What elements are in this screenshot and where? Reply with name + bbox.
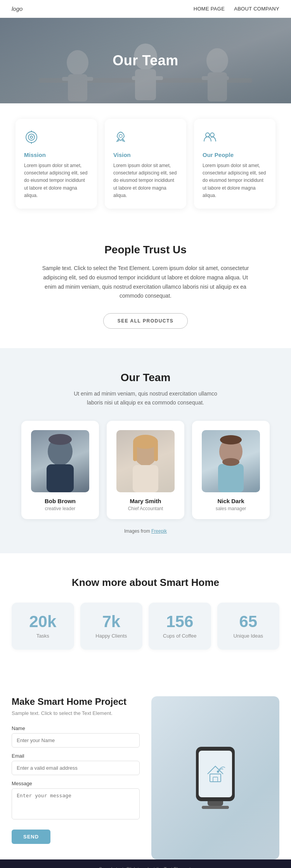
vision-text: Lorem ipsum dolor sit amet, consectetur … xyxy=(113,162,178,199)
footer-text: Sample text. Click to select the Text El… xyxy=(12,866,279,868)
svg-point-11 xyxy=(28,134,35,140)
vision-icon-svg xyxy=(113,130,128,145)
tablet-base xyxy=(202,806,229,809)
stat-coffee: 156 Cups of Coffee xyxy=(149,603,211,650)
contact-form-area: Make Smart Home Project Sample text. Cli… xyxy=(12,696,140,859)
our-people-title: Our People xyxy=(203,152,267,158)
coffee-number: 156 xyxy=(156,614,203,630)
svg-point-12 xyxy=(30,136,33,138)
trust-body: Sample text. Click to select the Text El… xyxy=(41,264,250,301)
nav-home[interactable]: HOME PAGE xyxy=(194,6,225,12)
team-section: Our Team Ut enim ad minim veniam, quis n… xyxy=(0,348,291,553)
mary-role: Chief Accountant xyxy=(114,506,177,511)
freepik-note: Images from Freepik xyxy=(12,528,279,534)
mission-card: Mission Lorem ipsum dolor sit amet, cons… xyxy=(16,119,97,209)
stats-heading: Know more about Smart Home xyxy=(12,577,279,589)
values-section: Mission Lorem ipsum dolor sit amet, cons… xyxy=(0,103,291,220)
svg-point-15 xyxy=(119,134,122,138)
contact-image xyxy=(151,696,279,859)
stats-row: 20k Tasks 7k Happy Clients 156 Cups of C… xyxy=(12,603,279,650)
ideas-label: Unique Ideas xyxy=(225,633,272,639)
tasks-number: 20k xyxy=(19,614,66,630)
tablet-screen xyxy=(199,751,232,797)
message-label: Message xyxy=(12,781,140,786)
coffee-label: Cups of Coffee xyxy=(156,633,203,639)
svg-point-5 xyxy=(206,48,228,73)
name-field-group: Name xyxy=(12,725,140,748)
svg-point-20 xyxy=(48,434,72,445)
svg-rect-25 xyxy=(154,442,158,461)
name-label: Name xyxy=(12,725,140,731)
contact-heading: Make Smart Home Project xyxy=(12,696,140,707)
tablet-stand xyxy=(208,801,223,806)
nick-role: sales manager xyxy=(200,506,262,511)
mission-icon-svg xyxy=(24,130,39,145)
mary-silhouette xyxy=(116,430,175,492)
cards-row: Mission Lorem ipsum dolor sit amet, cons… xyxy=(12,119,279,209)
bob-name: Bob Brown xyxy=(29,498,91,504)
home-wifi-icon xyxy=(204,762,227,786)
clients-label: Happy Clients xyxy=(88,633,135,639)
footer: Sample text. Click to select the Text El… xyxy=(0,859,291,868)
svg-rect-22 xyxy=(133,465,158,492)
stat-tasks: 20k Tasks xyxy=(12,603,74,650)
team-row: Bob Brown creative leader Mary Smith Chi… xyxy=(12,421,279,519)
bob-silhouette xyxy=(31,430,89,492)
svg-point-10 xyxy=(26,132,37,143)
mission-title: Mission xyxy=(24,152,88,158)
stats-section: Know more about Smart Home 20k Tasks 7k … xyxy=(0,553,291,673)
people-card: Our People Lorem ipsum dolor sit amet, c… xyxy=(194,119,275,209)
nav-links: HOME PAGE ABOUT COMPANY xyxy=(194,6,279,12)
team-card-bob: Bob Brown creative leader xyxy=(21,421,99,519)
mary-photo xyxy=(116,430,175,492)
nick-silhouette xyxy=(202,430,260,492)
svg-point-17 xyxy=(210,133,214,137)
smart-home-image xyxy=(151,696,279,859)
svg-rect-7 xyxy=(62,77,93,81)
our-people-text: Lorem ipsum dolor sit amet, consectetur … xyxy=(203,162,267,199)
contact-section: Make Smart Home Project Sample text. Cli… xyxy=(0,673,291,859)
home-wifi-svg xyxy=(204,762,227,785)
hero-title: Our Team xyxy=(113,52,178,69)
svg-rect-4 xyxy=(135,69,156,100)
tablet-illustration xyxy=(196,747,235,809)
nav-about[interactable]: ABOUT COMPANY xyxy=(234,6,279,12)
svg-point-28 xyxy=(222,458,239,466)
bob-role: creative leader xyxy=(29,506,91,511)
mission-text: Lorem ipsum dolor sit amet, consectetur … xyxy=(24,162,88,199)
freepik-text: Images from xyxy=(124,528,151,534)
people-icon xyxy=(203,130,267,146)
svg-point-16 xyxy=(206,133,210,137)
svg-rect-19 xyxy=(47,464,74,492)
svg-rect-9 xyxy=(202,76,229,80)
send-button[interactable]: SEND xyxy=(12,830,50,844)
target-icon xyxy=(24,130,88,146)
rocket-icon xyxy=(113,130,178,146)
svg-rect-24 xyxy=(133,442,137,461)
email-field-group: Email xyxy=(12,753,140,775)
svg-point-29 xyxy=(220,435,242,444)
freepik-link[interactable]: Freepik xyxy=(151,528,167,534)
tasks-label: Tasks xyxy=(19,633,66,639)
navbar: logo HOME PAGE ABOUT COMPANY xyxy=(0,0,291,18)
svg-point-32 xyxy=(217,771,219,772)
clients-number: 7k xyxy=(88,614,135,630)
vision-card: Vision Lorem ipsum dolor sit amet, conse… xyxy=(105,119,186,209)
logo: logo xyxy=(12,5,23,12)
email-input[interactable] xyxy=(12,761,140,775)
people-icon-svg xyxy=(203,130,217,145)
ideas-number: 65 xyxy=(225,614,272,630)
name-input[interactable] xyxy=(12,733,140,748)
email-label: Email xyxy=(12,753,140,759)
trust-section: People Trust Us Sample text. Click to se… xyxy=(0,220,291,348)
svg-point-1 xyxy=(67,50,88,75)
bob-photo xyxy=(31,430,89,492)
nick-photo xyxy=(202,430,260,492)
mary-name: Mary Smith xyxy=(114,498,177,504)
contact-description: Sample text. Click to select the Text El… xyxy=(12,710,140,716)
trust-heading: People Trust Us xyxy=(23,244,268,256)
vision-title: Vision xyxy=(113,152,178,158)
svg-rect-31 xyxy=(213,777,218,782)
message-input[interactable] xyxy=(12,788,140,819)
see-all-button[interactable]: SEE ALL PRODUCTS xyxy=(103,313,188,329)
